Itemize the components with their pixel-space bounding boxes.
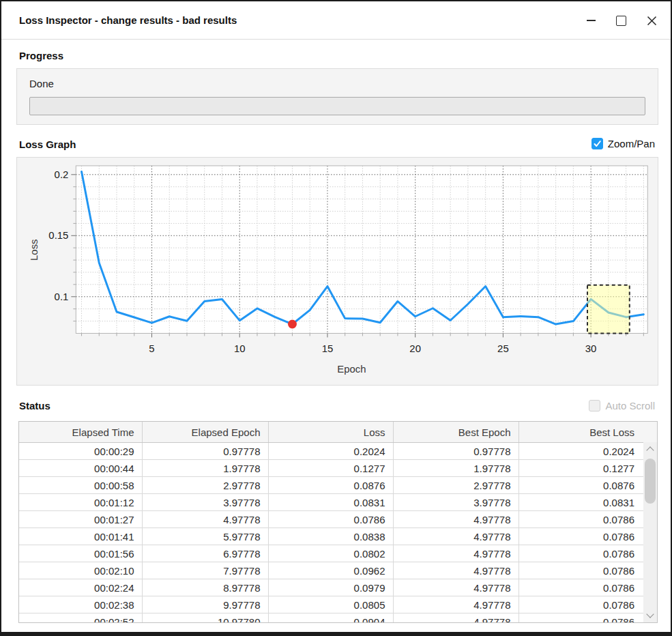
table-cell: 2.97778 xyxy=(393,477,518,494)
loss-graph-panel: 510152025300.10.150.2LossEpoch xyxy=(16,157,658,386)
status-table-container: Elapsed TimeElapsed EpochLossBest EpochB… xyxy=(18,421,658,623)
y-tick-label: 0.15 xyxy=(48,230,68,241)
zoom-pan-checkbox[interactable] xyxy=(591,138,603,149)
table-row: 00:00:582.977780.08762.977780.0876 xyxy=(19,477,657,494)
table-row: 00:02:107.977780.09624.977780.0786 xyxy=(19,562,657,579)
maximize-icon xyxy=(616,16,626,26)
table-cell: 4.97778 xyxy=(393,562,518,579)
column-header: Best Epoch xyxy=(393,422,518,443)
table-cell: 0.0962 xyxy=(268,562,393,579)
status-heading: Status xyxy=(19,400,50,411)
table-cell: 0.0805 xyxy=(268,596,393,613)
table-cell: 0.0786 xyxy=(518,579,657,596)
table-cell: 4.97778 xyxy=(393,579,518,596)
table-cell: 4.97778 xyxy=(142,511,268,528)
table-row: 00:01:274.977780.07864.977780.0786 xyxy=(19,511,657,528)
table-row: 00:01:123.977780.08313.977780.0831 xyxy=(19,494,657,511)
table-cell: 00:01:27 xyxy=(19,511,142,528)
close-button[interactable] xyxy=(641,10,662,31)
x-tick-label: 25 xyxy=(497,343,509,354)
table-cell: 3.97778 xyxy=(142,494,268,511)
progress-bar xyxy=(29,97,645,115)
table-row: 00:01:415.977780.08384.977780.0786 xyxy=(19,528,657,545)
table-cell: 00:00:58 xyxy=(19,477,142,494)
minimize-button[interactable] xyxy=(580,10,602,31)
status-table: Elapsed TimeElapsed EpochLossBest EpochB… xyxy=(19,422,657,623)
table-cell: 4.97778 xyxy=(393,613,518,624)
table-cell: 0.0876 xyxy=(268,477,393,494)
table-cell: 0.0786 xyxy=(518,545,657,562)
y-tick-label: 0.1 xyxy=(55,291,69,302)
progress-panel: Done xyxy=(16,68,658,125)
checkmark-icon xyxy=(593,139,602,148)
table-header-row: Elapsed TimeElapsed EpochLossBest EpochB… xyxy=(19,422,657,443)
progress-label: Done xyxy=(29,78,54,89)
zoom-pan-label: Zoom/Pan xyxy=(608,138,655,149)
table-cell: 0.0904 xyxy=(268,613,393,624)
table-cell: 0.0786 xyxy=(518,528,657,545)
table-cell: 4.97778 xyxy=(393,528,518,545)
column-header: Elapsed Time xyxy=(19,422,142,443)
table-row: 00:00:441.977780.12771.977780.1277 xyxy=(19,460,657,477)
loss-chart[interactable]: 510152025300.10.150.2LossEpoch xyxy=(17,158,658,385)
zoom-selection-region[interactable] xyxy=(587,285,630,334)
table-cell: 4.97778 xyxy=(393,511,518,528)
chevron-down-icon xyxy=(646,610,654,618)
table-cell: 00:02:10 xyxy=(19,562,142,579)
x-tick-label: 20 xyxy=(409,343,421,354)
scroll-down-button[interactable] xyxy=(643,609,657,622)
x-tick-label: 5 xyxy=(149,343,154,354)
x-tick-label: 10 xyxy=(234,343,246,354)
x-tick-label: 15 xyxy=(322,343,334,354)
table-cell: 00:01:12 xyxy=(19,494,142,511)
progress-heading: Progress xyxy=(19,50,63,61)
table-cell: 0.0838 xyxy=(268,528,393,545)
auto-scroll-checkbox xyxy=(589,400,600,411)
table-row: 00:00:290.977780.20240.977780.2024 xyxy=(19,443,657,460)
table-cell: 0.0831 xyxy=(518,494,657,511)
table-cell: 00:00:29 xyxy=(19,443,142,460)
table-cell: 8.97778 xyxy=(142,579,268,596)
table-cell: 00:02:24 xyxy=(19,579,142,596)
app-window: Loss Inspector - change results - bad re… xyxy=(0,0,672,636)
table-row: 00:01:566.977780.08024.977780.0786 xyxy=(19,545,657,562)
table-cell: 0.97778 xyxy=(142,443,268,460)
table-body: 00:00:290.977780.20240.977780.202400:00:… xyxy=(19,443,657,624)
table-cell: 10.97780 xyxy=(142,613,268,624)
table-row: 00:02:389.977780.08054.977780.0786 xyxy=(19,596,657,613)
table-cell: 4.97778 xyxy=(393,596,518,613)
table-cell: 0.0786 xyxy=(518,613,657,624)
table-cell: 5.97778 xyxy=(142,528,268,545)
table-cell: 0.0979 xyxy=(268,579,393,596)
table-cell: 9.97778 xyxy=(142,596,268,613)
table-cell: 3.97778 xyxy=(393,494,518,511)
table-cell: 0.0786 xyxy=(518,511,657,528)
table-row: 00:02:5210.977800.09044.977780.0786 xyxy=(19,613,657,624)
vertical-scrollbar[interactable] xyxy=(643,442,657,622)
table-cell: 00:00:44 xyxy=(19,460,142,477)
table-cell: 0.0876 xyxy=(518,477,657,494)
scrollbar-thumb[interactable] xyxy=(645,459,656,504)
column-header: Best Loss xyxy=(518,422,657,443)
maximize-button[interactable] xyxy=(610,10,632,31)
table-cell: 00:02:52 xyxy=(19,613,142,624)
table-cell: 1.97778 xyxy=(393,460,518,477)
titlebar: Loss Inspector - change results - bad re… xyxy=(1,1,671,40)
y-axis-label: Loss xyxy=(29,239,40,261)
scroll-up-button[interactable] xyxy=(643,442,657,456)
loss-graph-heading: Loss Graph xyxy=(19,139,76,150)
table-cell: 0.0802 xyxy=(268,545,393,562)
table-cell: 00:02:38 xyxy=(19,596,142,613)
table-cell: 0.2024 xyxy=(518,443,657,460)
table-cell: 0.2024 xyxy=(268,443,393,460)
table-cell: 00:01:56 xyxy=(19,545,142,562)
best-point-marker xyxy=(288,320,297,329)
table-cell: 1.97778 xyxy=(142,460,268,477)
table-cell: 0.0786 xyxy=(268,511,393,528)
chevron-up-icon xyxy=(646,446,654,454)
table-row: 00:02:248.977780.09794.977780.0786 xyxy=(19,579,657,596)
minimize-icon xyxy=(587,20,596,21)
close-icon xyxy=(647,16,657,26)
table-cell: 0.97778 xyxy=(393,443,518,460)
column-header: Elapsed Epoch xyxy=(142,422,268,443)
